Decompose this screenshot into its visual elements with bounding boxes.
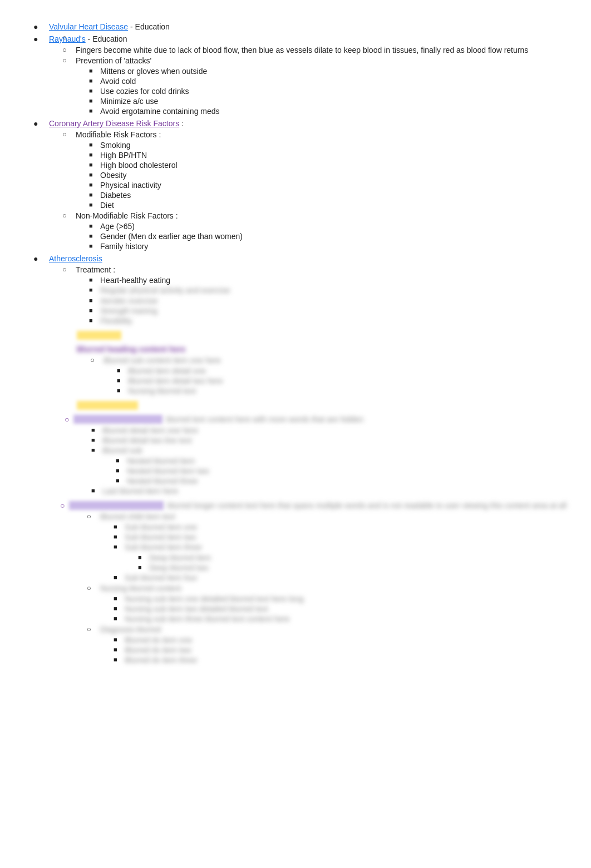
blurred-level3-2: Blurred detail item one here Blurred det… [65, 426, 569, 495]
blurred-sub-item: Flexibility [89, 316, 569, 325]
blurred-item: Nursing sub item three blurred text cont… [114, 614, 569, 623]
blurred-item-1: Regular physical activity and exercise [100, 286, 230, 295]
list-item: Age (>65) [89, 222, 569, 231]
blurred-bullet-2: ○ blurred text content here with more wo… [49, 415, 569, 495]
treatment-label: Treatment : [76, 265, 115, 274]
raynauds-rest: - Education [88, 34, 127, 43]
coronary-link[interactable]: Coronary Artery Disease Risk Factors [49, 119, 179, 128]
blurred-item: Blurred detail two line text [91, 436, 569, 445]
list-item: Minimize a/c use [89, 97, 569, 106]
blurred-bullet-marker: ○ [65, 415, 69, 424]
blurred-item: Blurred item detail one [117, 366, 569, 375]
valvular-rest: - Education [130, 22, 170, 31]
blurred-item: Blurred sub Nested blurred item Nested b… [91, 446, 569, 485]
blurred-long-text: blurred longer content text here that sp… [167, 501, 569, 510]
blurred-dx-list: Blurred dx item one Blurred dx item two … [100, 636, 569, 664]
valvular-heart-disease-link[interactable]: Valvular Heart Disease [49, 22, 128, 31]
blurred-child-3: Diagnosis blurred Blurred dx item one Bl… [87, 625, 569, 664]
list-item-atherosclerosis: Atherosclerosis Treatment : Heart-health… [33, 254, 569, 664]
raynauds-text-1: Fingers become white due to lack of bloo… [76, 46, 528, 54]
nonmodifiable-label: Non-Modifiable Risk Factors : [76, 211, 178, 220]
list-item: Obesity [89, 171, 569, 180]
coronary-rest: : [181, 119, 184, 128]
atherosclerosis-children: Treatment : Heart-healthy eating Regular… [49, 265, 569, 325]
blurred-item: Blurred dx item two [114, 646, 569, 654]
blurred-nursing-list: Nursing sub item one detailed blurred te… [100, 594, 569, 623]
blurred-item: Sub blurred item two [114, 533, 569, 542]
list-item-raynauds: Raynaud's - Education Fingers become whi… [33, 34, 569, 116]
modifiable-list: Smoking High BP/HTN High blood cholester… [76, 141, 569, 210]
list-item: High blood cholesterol [89, 161, 569, 170]
blurred-section-3: ○ blurred longer content text here that … [49, 501, 569, 664]
blurred-text-inline: blurred text content here with more word… [166, 415, 363, 424]
highlight-purple-2 [69, 501, 164, 510]
list-item: Diabetes [89, 191, 569, 200]
blurred-item: Deep blurred item [138, 553, 569, 562]
blurred-item: Nested blurred item [116, 457, 569, 465]
raynauds-prevention-list: Mittens or gloves when outside Avoid col… [76, 67, 569, 116]
coronary-nonmodifiable: Non-Modifiable Risk Factors : Age (>65) … [62, 211, 569, 251]
list-item-blurred: Regular physical activity and exercise A… [89, 286, 569, 325]
raynauds-child-2: Prevention of 'attacks' Mittens or glove… [62, 56, 569, 116]
blurred-item: Blurred dx item three [114, 656, 569, 664]
coronary-children: Modifiable Risk Factors : Smoking High B… [49, 130, 569, 251]
list-item: High BP/HTN [89, 151, 569, 160]
blurred-level3: Blurred item detail one Blurred item det… [104, 366, 569, 395]
blurred-sub-item: Aerobic exercise [89, 296, 569, 305]
highlight-yellow-2 [77, 401, 138, 410]
blurred-sub-nested: Nested blurred item Nested blurred item … [102, 457, 569, 485]
blurred-item: Nursing sub item one detailed blurred te… [114, 594, 569, 603]
blurred-section-3-children: Blurred child item text Sub blurred item… [60, 512, 569, 664]
blurred-item: Blurred dx item one [114, 636, 569, 644]
blurred-level3-nested2: Deep blurred item Deep blurred two [125, 553, 569, 572]
highlight-purple-1 [73, 415, 162, 424]
list-item: Family history [89, 242, 569, 251]
highlight-yellow-1 [77, 331, 121, 340]
blurred-child: Blurred child item text Sub blurred item… [87, 512, 569, 582]
blurred-item: Sub blurred item four [114, 573, 569, 582]
raynauds-prevention-label: Prevention of 'attacks' [76, 56, 151, 65]
blurred-item: Sub blurred item three Deep blurred item… [114, 543, 569, 572]
raynauds-link[interactable]: Raynaud's [49, 34, 86, 43]
blurred-item: Blurred detail item one here [91, 426, 569, 435]
main-list: Valvular Heart Disease - Education Rayna… [22, 22, 569, 664]
atherosclerosis-link[interactable]: Atherosclerosis [49, 254, 102, 263]
list-item: Smoking [89, 141, 569, 150]
list-item: Avoid ergotamine containing meds [89, 107, 569, 116]
blurred-sub-item: Strength training [89, 306, 569, 315]
raynauds-children: Fingers become white due to lack of bloo… [49, 46, 569, 116]
blurred-section-1: Blurred heading content here Blurred sub… [49, 331, 569, 411]
list-item-valvular: Valvular Heart Disease - Education [33, 22, 569, 31]
blurred-marker-2: ○ [60, 501, 65, 510]
blurred-item: Last blurred item here [91, 487, 569, 495]
blurred-child-2: Nursing blurred content Nursing sub item… [87, 584, 569, 623]
blurred-item: Blurred item detail two here [117, 376, 569, 385]
blurred-item: Sub blurred item one [114, 523, 569, 532]
blurred-item: Nursing sub item two detailed blurred te… [114, 604, 569, 613]
atherosclerosis-treatment: Treatment : Heart-healthy eating Regular… [62, 265, 569, 325]
blurred-sub-1: Aerobic exercise Strength training Flexi… [89, 296, 569, 325]
modifiable-label: Modifiable Risk Factors : [76, 130, 161, 139]
treatment-list: Heart-healthy eating Regular physical ac… [76, 276, 569, 325]
nonmodifiable-list: Age (>65) Gender (Men dx earlier age tha… [76, 222, 569, 251]
list-item: Avoid cold [89, 77, 569, 86]
blurred-item: Nursing blurred text [117, 386, 569, 395]
coronary-modifiable: Modifiable Risk Factors : Smoking High B… [62, 130, 569, 210]
blurred-heading-1: Blurred heading content here [77, 345, 185, 354]
raynauds-child-1: Fingers become white due to lack of bloo… [62, 46, 569, 54]
blurred-item: Nested blurred item two [116, 467, 569, 475]
list-item: Use cozies for cold drinks [89, 87, 569, 96]
list-item: Diet [89, 201, 569, 210]
blurred-child: Blurred sub content item one here Blurre… [90, 356, 569, 395]
blurred-level3-3: Sub blurred item one Sub blurred item tw… [100, 523, 569, 582]
blurred-list-1: Blurred sub content item one here Blurre… [77, 356, 569, 395]
list-item: Heart-healthy eating [89, 276, 569, 285]
list-item-coronary: Coronary Artery Disease Risk Factors : M… [33, 119, 569, 251]
blurred-item: Nested blurred three [116, 477, 569, 485]
blurred-item: Deep blurred two [138, 563, 569, 572]
list-item: Physical inactivity [89, 181, 569, 190]
list-item: Gender (Men dx earlier age than women) [89, 232, 569, 241]
list-item: Mittens or gloves when outside [89, 67, 569, 76]
